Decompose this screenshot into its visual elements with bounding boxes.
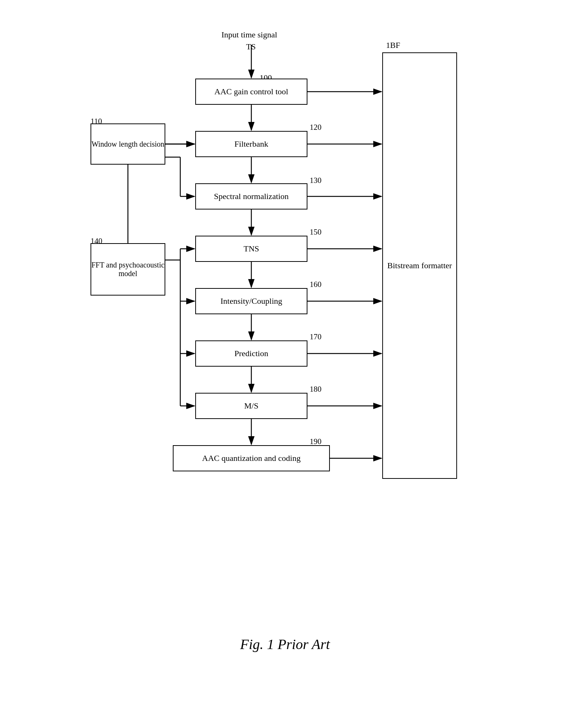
aac-gain-box: AAC gain control tool <box>195 79 307 105</box>
tns-box: TNS <box>195 236 307 262</box>
num-180: 180 <box>310 385 322 394</box>
num-160: 160 <box>310 280 322 289</box>
num-130: 130 <box>310 176 322 185</box>
prediction-box: Prediction <box>195 340 307 367</box>
intensity-box: Intensity/Coupling <box>195 288 307 314</box>
spectral-box: Spectral normalization <box>195 183 307 209</box>
filterbank-box: Filterbank <box>195 131 307 157</box>
bitstream-1bf-label: 1BF <box>386 40 400 50</box>
window-box: Window length decision <box>91 123 165 165</box>
diagram: Input time signal TS 100 1BF 120 130 150… <box>79 22 491 621</box>
num-170: 170 <box>310 332 322 342</box>
figure-caption: Fig. 1 Prior Art <box>240 636 330 652</box>
input-signal-label: Input time signal <box>221 30 277 40</box>
bitstream-box: Bitstream formatter <box>382 52 457 479</box>
num-120: 120 <box>310 123 322 132</box>
num-150: 150 <box>310 227 322 237</box>
ts-label: TS <box>246 42 256 52</box>
fft-box: FFT and psychoacoustic model <box>91 243 165 296</box>
ms-box: M/S <box>195 393 307 419</box>
aac-quant-box: AAC quantization and coding <box>173 445 330 471</box>
